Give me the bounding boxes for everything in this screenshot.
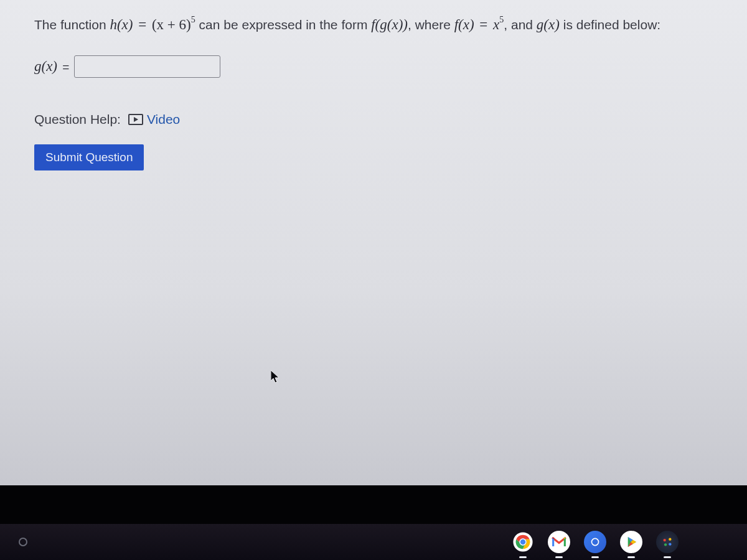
svg-point-17: [664, 543, 667, 546]
question-prompt: The function h(x) = (x + 6)5 can be expr…: [34, 12, 713, 37]
settings-app-icon[interactable]: [656, 531, 679, 553]
launcher-button[interactable]: [19, 538, 27, 546]
answer-label: g(x) =: [34, 58, 69, 75]
svg-point-15: [664, 539, 666, 541]
play-store-app-icon[interactable]: [620, 531, 642, 553]
answer-row: g(x) =: [34, 55, 713, 78]
active-indicator: [627, 556, 635, 558]
files-app-icon[interactable]: [584, 531, 606, 553]
mouse-cursor-icon: [271, 370, 281, 386]
question-help-row: Question Help: Video: [34, 112, 713, 127]
text-mid3: , and: [504, 17, 537, 32]
taskbar-left: [19, 538, 27, 546]
text-suffix: is defined below:: [560, 17, 660, 32]
taskbar: [0, 524, 747, 560]
answer-input[interactable]: [74, 55, 220, 78]
active-indicator: [519, 556, 527, 558]
text-mid2: , where: [408, 17, 454, 32]
math-g: g(x): [537, 17, 560, 32]
video-help-link[interactable]: Video: [128, 112, 180, 127]
math-h-lhs: h(x) = (x + 6)5: [110, 17, 195, 32]
active-indicator: [664, 556, 671, 558]
help-label: Question Help:: [34, 112, 121, 127]
active-indicator: [591, 556, 599, 558]
math-fgx: f(g(x)): [371, 17, 408, 32]
svg-point-10: [591, 538, 598, 545]
submit-question-button[interactable]: Submit Question: [34, 144, 144, 170]
svg-marker-1: [271, 370, 279, 383]
gmail-app-icon[interactable]: [548, 531, 570, 553]
text-prefix: The function: [34, 17, 110, 32]
text-mid1: can be expressed in the form: [199, 17, 372, 32]
video-play-icon: [128, 114, 143, 125]
math-f: f(x) = x5: [454, 17, 504, 32]
chrome-app-icon[interactable]: [512, 531, 534, 553]
active-indicator: [555, 556, 563, 558]
screen-bezel: [0, 485, 747, 524]
svg-point-16: [669, 538, 671, 541]
taskbar-icons: [512, 531, 679, 553]
svg-marker-0: [134, 117, 138, 122]
question-panel: The function h(x) = (x + 6)5 can be expr…: [0, 0, 747, 485]
svg-point-18: [669, 543, 671, 545]
